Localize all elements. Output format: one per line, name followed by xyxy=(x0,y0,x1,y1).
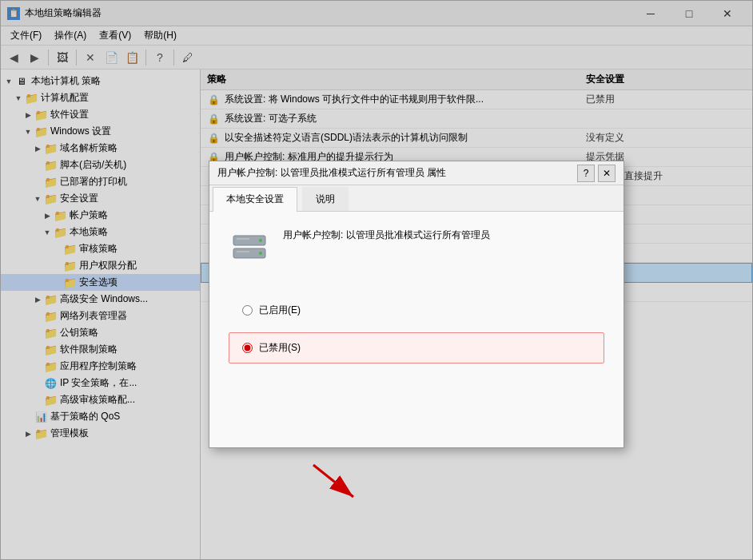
server-svg-icon xyxy=(230,229,269,268)
dialog-title: 用户帐户控制: 以管理员批准模式运行所有管理员 属性 xyxy=(217,166,577,180)
option-enabled[interactable]: 已启用(E) xyxy=(229,295,604,326)
dialog-overlay: 用户帐户控制: 以管理员批准模式运行所有管理员 属性 ? ✕ 本地安全设置 说明 xyxy=(1,1,752,559)
red-arrow-svg xyxy=(305,457,369,505)
svg-point-3 xyxy=(259,252,262,255)
dialog-title-buttons: ? ✕ xyxy=(577,165,616,182)
dialog-options: 已启用(E) 已禁用(S) xyxy=(229,295,604,370)
svg-rect-5 xyxy=(237,251,249,252)
dialog-close-button[interactable]: ✕ xyxy=(598,165,616,182)
tab-description[interactable]: 说明 xyxy=(302,187,349,211)
tab-local-security[interactable]: 本地安全设置 xyxy=(213,187,297,212)
dialog-tabs: 本地安全设置 说明 xyxy=(209,185,624,212)
dialog-content: 用户帐户控制: 以管理员批准模式运行所有管理员 已启用(E) 已禁用(S) xyxy=(209,212,624,447)
red-arrow-container xyxy=(305,457,369,507)
dialog-policy-icon xyxy=(229,228,270,269)
svg-point-2 xyxy=(259,239,262,242)
dialog-policy-name: 用户帐户控制: 以管理员批准模式运行所有管理员 xyxy=(283,228,490,242)
dialog-help-button[interactable]: ? xyxy=(577,165,595,182)
radio-enabled[interactable] xyxy=(242,305,253,316)
svg-line-7 xyxy=(313,465,353,497)
dialog-policy-section: 用户帐户控制: 以管理员批准模式运行所有管理员 xyxy=(229,228,604,269)
option-disabled[interactable]: 已禁用(S) xyxy=(229,332,604,363)
main-window: 📋 本地组策略编辑器 ─ □ ✕ 文件(F) 操作(A) 查看(V) 帮助(H)… xyxy=(0,0,753,560)
radio-disabled[interactable] xyxy=(242,343,253,353)
svg-rect-4 xyxy=(237,238,249,240)
dialog-title-bar: 用户帐户控制: 以管理员批准模式运行所有管理员 属性 ? ✕ xyxy=(209,161,624,185)
properties-dialog: 用户帐户控制: 以管理员批准模式运行所有管理员 属性 ? ✕ 本地安全设置 说明 xyxy=(209,161,624,448)
